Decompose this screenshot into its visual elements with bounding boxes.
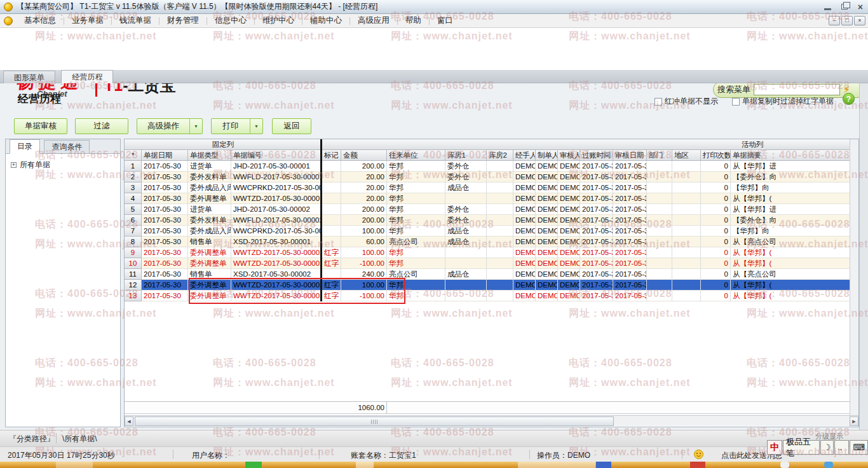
- grid-cell[interactable]: [487, 269, 513, 280]
- restore-button[interactable]: [841, 4, 848, 10]
- grid-cell[interactable]: 红字: [322, 291, 341, 301]
- grid-cell[interactable]: DEMO: [558, 280, 580, 291]
- column-header-7[interactable]: 往来单位: [387, 150, 445, 161]
- grid-cell[interactable]: DEMO: [536, 193, 558, 204]
- grid-cell[interactable]: DEMO: [536, 247, 558, 258]
- grid-cell[interactable]: DEMO: [513, 226, 536, 237]
- grid-cell[interactable]: 2017-05-30: [142, 215, 188, 226]
- grid-cell[interactable]: 0: [701, 237, 731, 247]
- grid-cell[interactable]: 委外调整单: [188, 280, 231, 291]
- grid-cell[interactable]: [487, 280, 513, 291]
- menu-item-7[interactable]: 辅助中心: [302, 15, 349, 26]
- tab-catalog[interactable]: 目录: [10, 139, 40, 154]
- grid-cell[interactable]: [647, 269, 672, 280]
- table-row[interactable]: 72017-05-30委外成品入库单WWCPRKD-2017-05-30-000…: [125, 226, 858, 237]
- grid-cell[interactable]: 0: [701, 172, 731, 182]
- grid-cell[interactable]: 2017-05-30: [580, 226, 613, 237]
- grid-cell[interactable]: WWTZD-2017-05-30-00001: [231, 193, 322, 204]
- grid-cell[interactable]: 华邦: [387, 204, 445, 215]
- grid-cell[interactable]: 2017-05-30: [142, 291, 188, 301]
- grid-cell[interactable]: 2017-05-30: [142, 237, 188, 247]
- grid-cell[interactable]: [445, 193, 487, 204]
- grid-cell[interactable]: [647, 258, 672, 269]
- grid-cell[interactable]: 2017-05-30: [142, 204, 188, 215]
- grid-cell[interactable]: -100.00: [341, 291, 387, 301]
- grid-cell[interactable]: 成品仓: [445, 182, 487, 193]
- grid-cell[interactable]: DEMO: [536, 291, 558, 301]
- column-header-15[interactable]: 部门: [647, 150, 672, 161]
- ime-punctuation-icon[interactable]: ,。: [834, 440, 849, 455]
- menu-item-9[interactable]: 帮助: [398, 15, 429, 26]
- grid-cell[interactable]: 240.00: [341, 269, 387, 280]
- column-header-6[interactable]: 金额: [341, 150, 387, 161]
- grid-cell[interactable]: [487, 161, 513, 172]
- grid-cell[interactable]: 0: [701, 193, 731, 204]
- grid-cell[interactable]: DEMO: [558, 291, 580, 301]
- grid-cell[interactable]: [322, 269, 341, 280]
- grid-cell[interactable]: [672, 182, 701, 193]
- grid-cell[interactable]: [445, 247, 487, 258]
- grid-cell[interactable]: 2017-05-30: [613, 172, 647, 182]
- grid-cell[interactable]: 2017-05-30: [613, 237, 647, 247]
- grid-cell[interactable]: 【华邦】向: [731, 226, 851, 237]
- grid-cell[interactable]: [487, 237, 513, 247]
- menu-item-2[interactable]: 业务单据: [64, 15, 111, 26]
- ime-fullhalf-moon-icon[interactable]: ☽: [820, 440, 834, 455]
- table-row[interactable]: 92017-05-30委外调整单WWTZD-2017-05-30-00002红字…: [125, 247, 858, 258]
- grid-cell[interactable]: [672, 172, 701, 182]
- search-input[interactable]: [754, 84, 840, 95]
- horizontal-scrollbar[interactable]: ◀ ▶: [125, 415, 858, 426]
- grid-cell[interactable]: [487, 215, 513, 226]
- grid-cell[interactable]: [487, 193, 513, 204]
- grid-cell[interactable]: [672, 280, 701, 291]
- grid-cell[interactable]: 2017-05-30: [142, 258, 188, 269]
- grid-cell[interactable]: 从【华邦】(: [731, 247, 851, 258]
- grid-cell[interactable]: DEMO: [558, 182, 580, 193]
- grid-cell[interactable]: 1: [125, 161, 142, 172]
- tab-graphic-menu[interactable]: 图形菜单: [3, 71, 55, 83]
- grid-cell[interactable]: 红字: [322, 247, 341, 258]
- grid-cell[interactable]: 委外调整单: [188, 291, 231, 301]
- grid-cell[interactable]: 【委外仓】向: [731, 215, 851, 226]
- grid-cell[interactable]: [487, 182, 513, 193]
- grid-cell[interactable]: 60.00: [341, 237, 387, 247]
- grid-cell[interactable]: DEMO: [558, 172, 580, 182]
- grid-cell[interactable]: [322, 204, 341, 215]
- grid-cell[interactable]: 100.00: [341, 280, 387, 291]
- grid-cell[interactable]: [322, 226, 341, 237]
- grid-cell[interactable]: DEMO: [558, 215, 580, 226]
- grid-cell[interactable]: [445, 291, 487, 301]
- grid-cell[interactable]: 委外调整单: [188, 193, 231, 204]
- advanced-ops-dropdown-icon[interactable]: ▼: [189, 119, 202, 134]
- grid-cell[interactable]: [647, 291, 672, 301]
- grid-cell[interactable]: XSD-2017-05-30-00001: [231, 237, 322, 247]
- grid-cell[interactable]: [322, 215, 341, 226]
- grid-cell[interactable]: WWTZD-2017-05-30-00003: [231, 280, 322, 291]
- grid-cell[interactable]: 华邦: [387, 172, 445, 182]
- grid-cell[interactable]: 委外成品入库单: [188, 182, 231, 193]
- grid-cell[interactable]: 2017-05-30: [580, 258, 613, 269]
- mdi-minimize-button[interactable]: –: [829, 16, 840, 25]
- grid-cell[interactable]: 2017-05-30: [142, 182, 188, 193]
- grid-cell[interactable]: DEMO: [536, 172, 558, 182]
- grid-cell[interactable]: 2017-05-30: [142, 172, 188, 182]
- grid-cell[interactable]: 20.00: [341, 172, 387, 182]
- grid-cell[interactable]: DEMO: [558, 247, 580, 258]
- table-row[interactable]: 22017-05-30委外发料单WWFLD-2017-05-30-0000120…: [125, 172, 858, 182]
- grid-cell[interactable]: DEMO: [558, 269, 580, 280]
- menu-item-4[interactable]: 财务管理: [159, 15, 207, 26]
- grid-cell[interactable]: 从【华邦】(: [731, 280, 851, 291]
- grid-cell[interactable]: 从【华邦】(: [731, 258, 851, 269]
- grid-cell[interactable]: 2017-05-30: [142, 280, 188, 291]
- grid-cell[interactable]: [487, 247, 513, 258]
- grid-cell[interactable]: 100.00: [341, 226, 387, 237]
- grid-cell[interactable]: 7: [125, 226, 142, 237]
- grid-cell[interactable]: 从【华邦】(: [731, 291, 851, 301]
- grid-cell[interactable]: 12: [125, 280, 142, 291]
- grid-cell[interactable]: [647, 193, 672, 204]
- grid-cell[interactable]: DEMO: [536, 237, 558, 247]
- taskbar-item[interactable]: [780, 462, 789, 468]
- column-header-10[interactable]: 经手人: [513, 150, 536, 161]
- grid-cell[interactable]: DEMO: [513, 269, 536, 280]
- grid-cell[interactable]: 委外发料单: [188, 172, 231, 182]
